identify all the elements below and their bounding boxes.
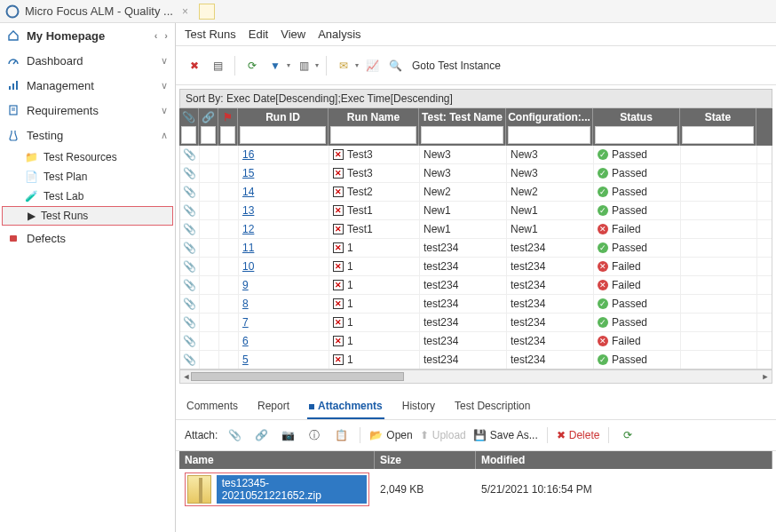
tab-close-icon[interactable]: ×	[182, 5, 188, 18]
filter-input[interactable]	[181, 126, 196, 144]
sidebar-child-test-lab[interactable]: 🧪Test Lab	[0, 187, 175, 206]
columns-icon[interactable]: ▥	[294, 56, 313, 75]
scroll-right-icon[interactable]: ►	[759, 370, 772, 383]
run-id-link[interactable]: 16	[242, 148, 254, 161]
sidebar-item-dashboard[interactable]: Dashboard∨	[0, 48, 175, 73]
run-id-link[interactable]: 6	[242, 335, 249, 347]
col-name[interactable]: Name	[179, 451, 375, 469]
scrollbar-thumb[interactable]	[191, 372, 404, 381]
table-row[interactable]: 📎14✕Test2New2New2✓Passed	[180, 183, 772, 202]
sidebar-child-test-resources[interactable]: 📁Test Resources	[0, 147, 175, 167]
analysis-icon[interactable]: 📈	[362, 56, 382, 75]
tab-attachments[interactable]: Attachments	[307, 396, 384, 419]
run-id-link[interactable]: 14	[242, 186, 254, 198]
column-test-name[interactable]: Test: Test Name	[419, 108, 505, 126]
attachment-icon[interactable]: 📎	[180, 314, 200, 331]
filter-input[interactable]	[201, 126, 216, 144]
expand-icon[interactable]: ∨	[161, 55, 168, 67]
delete-button[interactable]: ✖Delete	[557, 429, 600, 441]
table-row[interactable]: 📎8✕1test234test234✓Passed	[180, 295, 772, 314]
filter-input[interactable]	[595, 126, 677, 144]
filter-input[interactable]	[240, 126, 326, 144]
attachment-icon[interactable]: 📎	[180, 351, 200, 369]
dropdown-icon[interactable]: ▾	[355, 61, 359, 69]
goto-test-instance-button[interactable]: Goto Test Instance	[412, 60, 501, 72]
chevron-left-icon[interactable]: ‹	[154, 30, 158, 41]
column-run-id[interactable]: Run ID	[238, 108, 328, 126]
sidebar-item-requirements[interactable]: Requirements∨	[0, 98, 175, 123]
attach-file-icon[interactable]: 📎	[225, 425, 244, 445]
collapse-icon[interactable]: ∧	[161, 130, 168, 141]
open-button[interactable]: 📂Open	[369, 429, 412, 441]
menu-edit[interactable]: Edit	[249, 28, 268, 41]
sidebar-item-testing[interactable]: Testing∧	[0, 123, 175, 147]
attachment-icon[interactable]: 📎	[180, 276, 200, 294]
table-row[interactable]: 📎7✕1test234test234✓Passed	[180, 314, 772, 332]
column-status[interactable]: Status	[593, 108, 679, 126]
menu-test-runs[interactable]: Test Runs	[185, 28, 236, 41]
run-id-link[interactable]: 9	[242, 279, 249, 291]
attachment-icon[interactable]: 📎	[180, 183, 200, 201]
sidebar-child-test-runs[interactable]: ▶Test Runs	[2, 206, 173, 226]
filter-input[interactable]	[220, 126, 235, 144]
table-row[interactable]: 📎11✕1test234test234✓Passed	[180, 239, 772, 258]
attach-sysinfo-icon[interactable]: ⓘ	[305, 425, 324, 445]
upload-button[interactable]: ⬆Upload	[420, 429, 466, 441]
run-id-link[interactable]: 12	[242, 223, 254, 235]
table-row[interactable]: 📎6✕1test234test234✕Failed	[180, 332, 772, 351]
text-search-icon[interactable]: 🔍	[385, 56, 405, 75]
attachment-icon[interactable]: 📎	[180, 258, 200, 275]
attachment-icon[interactable]: 📎	[180, 164, 200, 182]
tab-test-description[interactable]: Test Description	[453, 396, 532, 419]
run-id-link[interactable]: 7	[242, 316, 249, 329]
run-id-link[interactable]: 13	[242, 204, 254, 217]
attachment-icon[interactable]: 📎	[180, 202, 200, 219]
attachment-icon[interactable]: 📎	[180, 239, 200, 257]
new-tab-button[interactable]	[199, 4, 215, 20]
col-modified[interactable]: Modified	[476, 451, 772, 469]
save-as-button[interactable]: 💾Save As...	[473, 429, 538, 441]
attachment-row[interactable]: tes12345-20210521221652.zip 2,049 KB 5/2…	[179, 471, 772, 508]
linked-column-icon[interactable]: 🔗	[199, 108, 218, 126]
table-row[interactable]: 📎5✕1test234test234✓Passed	[180, 351, 772, 369]
attachment-icon[interactable]: 📎	[180, 146, 200, 163]
refresh-icon[interactable]: ⟳	[242, 56, 262, 75]
flag-column-icon[interactable]: ⚑	[218, 108, 237, 126]
horizontal-scrollbar[interactable]: ◄ ►	[179, 369, 772, 384]
menu-view[interactable]: View	[281, 28, 305, 41]
table-row[interactable]: 📎12✕Test1New1New1✕Failed	[180, 220, 772, 239]
mail-icon[interactable]: ✉	[334, 56, 353, 75]
col-size[interactable]: Size	[375, 451, 476, 469]
dropdown-icon[interactable]: ▾	[315, 61, 319, 69]
filter-input[interactable]	[508, 126, 590, 144]
sidebar-item-management[interactable]: Management∨	[0, 73, 175, 98]
table-row[interactable]: 📎15✕Test3New3New3✓Passed	[180, 164, 772, 183]
expand-icon[interactable]: ∨	[161, 80, 168, 91]
attachment-icon[interactable]: 📎	[180, 220, 200, 238]
tab-comments[interactable]: Comments	[185, 396, 240, 419]
filter-input[interactable]	[330, 126, 416, 144]
details-icon[interactable]: ▤	[208, 56, 227, 75]
run-id-link[interactable]: 8	[242, 298, 249, 310]
filter-icon[interactable]: ▼	[265, 56, 285, 75]
column-configuration[interactable]: Configuration:...	[506, 108, 592, 126]
delete-icon[interactable]: ✖	[185, 56, 204, 75]
run-id-link[interactable]: 5	[242, 353, 249, 366]
column-state[interactable]: State	[680, 108, 756, 126]
table-row[interactable]: 📎10✕1test234test234✕Failed	[180, 258, 772, 276]
filter-input[interactable]	[421, 126, 503, 144]
refresh-icon[interactable]: ⟳	[618, 425, 637, 445]
filter-input[interactable]	[682, 126, 754, 144]
sidebar-item-defects[interactable]: Defects	[0, 226, 175, 250]
attachment-column-icon[interactable]: 📎	[179, 108, 198, 126]
column-run-name[interactable]: Run Name	[329, 108, 418, 126]
attachment-icon[interactable]: 📎	[180, 332, 200, 350]
run-id-link[interactable]: 11	[242, 242, 254, 254]
tab-report[interactable]: Report	[256, 396, 291, 419]
expand-icon[interactable]: ∨	[161, 105, 168, 116]
table-row[interactable]: 📎13✕Test1New1New1✓Passed	[180, 202, 772, 220]
sidebar-child-test-plan[interactable]: 📄Test Plan	[0, 167, 175, 187]
attachment-file[interactable]: tes12345-20210521221652.zip	[185, 472, 369, 506]
table-row[interactable]: 📎16✕Test3New3New3✓Passed	[180, 146, 772, 164]
attach-url-icon[interactable]: 🔗	[251, 425, 271, 445]
